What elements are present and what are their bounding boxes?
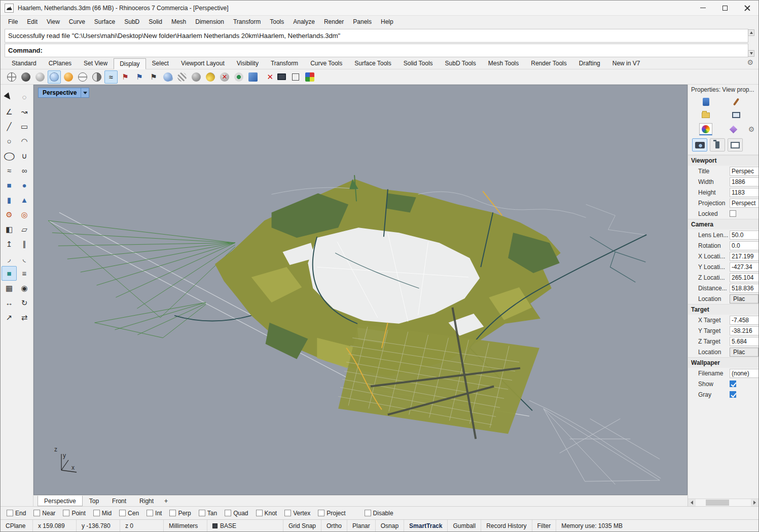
osnap-item[interactable]: Perp	[169, 510, 191, 517]
shaded-display-icon[interactable]	[19, 70, 32, 84]
osnap-checkbox[interactable]	[93, 510, 100, 516]
osnap-checkbox[interactable]	[225, 510, 231, 516]
osnap-item[interactable]: End	[7, 510, 26, 517]
osnap-item[interactable]: Cen	[119, 510, 139, 517]
panel-options-gear-icon[interactable]: ⚙	[745, 123, 758, 135]
panel-horizontal-scrollbar[interactable]	[688, 499, 758, 506]
osnap-item[interactable]: Disable	[365, 510, 393, 517]
toolbar-settings-gear-icon[interactable]: ⚙	[747, 58, 753, 66]
menu-item[interactable]: Transform	[229, 17, 265, 27]
display-panel-icon[interactable]	[730, 109, 743, 121]
color-cube-display-icon[interactable]	[303, 70, 316, 84]
toolbar-tab[interactable]: Mesh Tools	[482, 58, 525, 69]
osnap-checkbox[interactable]	[318, 510, 324, 516]
menu-item[interactable]: Mesh	[167, 17, 191, 27]
osnap-checkbox[interactable]	[33, 510, 40, 516]
cube-display-icon[interactable]	[246, 70, 260, 84]
property-field[interactable]: Perspec	[730, 167, 758, 176]
arctic-display-icon[interactable]	[175, 70, 189, 84]
toolbar-tab[interactable]: Select	[146, 58, 175, 69]
cylinder-tool-icon[interactable]: ▮	[2, 193, 17, 207]
menu-item[interactable]: Curve	[64, 17, 90, 27]
viewport-tab[interactable]: Top	[83, 496, 105, 506]
osnap-item[interactable]: Project	[318, 510, 345, 517]
materials-panel-icon[interactable]	[699, 96, 712, 108]
scrollbar-track[interactable]	[696, 499, 751, 506]
add-viewport-button[interactable]: +	[160, 496, 172, 506]
osnap-checkbox[interactable]	[7, 510, 13, 516]
viewport-tab[interactable]: Front	[105, 496, 133, 506]
osnap-checkbox[interactable]	[284, 510, 291, 516]
osnap-item[interactable]: Vertex	[284, 510, 310, 517]
property-field[interactable]: 1183	[730, 188, 758, 197]
flag-red-icon[interactable]: ⚑	[119, 70, 132, 84]
menu-item[interactable]: Tools	[265, 17, 288, 27]
scroll-down-button[interactable]	[748, 50, 754, 57]
viewport-tab[interactable]: Perspective	[38, 496, 83, 506]
no-render-sphere-icon[interactable]	[218, 70, 231, 84]
property-field[interactable]: -7.458	[730, 316, 758, 325]
rendered-display-icon[interactable]	[62, 70, 75, 84]
helix-tool-icon[interactable]: ∞	[17, 163, 32, 178]
command-history[interactable]: Successfully read file "C:\Users\mahi\De…	[5, 29, 748, 43]
viewport-frame-button[interactable]	[728, 138, 743, 151]
osnap-checkbox[interactable]	[169, 510, 176, 516]
raytraced-display-icon[interactable]	[161, 70, 174, 84]
property-field[interactable]: 5.684	[730, 337, 758, 346]
fullscreen-display-icon[interactable]	[275, 70, 288, 84]
toolbar-tab[interactable]: Drafting	[573, 58, 606, 69]
toolbar-tab[interactable]: SubD Tools	[439, 58, 482, 69]
toolbar-tab[interactable]: Set View	[78, 58, 114, 69]
property-field[interactable]: 0.0	[730, 241, 758, 250]
align-tool-icon[interactable]: ≡	[17, 266, 32, 281]
toolbar-tab[interactable]: Curve Tools	[304, 58, 348, 69]
property-field[interactable]: Perspect	[730, 199, 758, 208]
toolbar-tab[interactable]: Render Tools	[525, 58, 573, 69]
shaded-box-tool-icon[interactable]: ■	[2, 266, 17, 281]
sun-sphere-icon[interactable]	[204, 70, 217, 84]
chamfer-tool-icon[interactable]: ◟	[17, 251, 32, 266]
status-toggle[interactable]: Filter	[532, 520, 557, 531]
status-toggle[interactable]: Record History	[481, 520, 532, 531]
osnap-item[interactable]: Tan	[199, 510, 217, 517]
status-toggle[interactable]: SmartTrack	[404, 520, 448, 531]
viewport-tab[interactable]: Right	[133, 496, 160, 506]
status-toggle[interactable]: Ortho	[321, 520, 347, 531]
curve-tool-icon[interactable]: ↝	[17, 104, 32, 119]
menu-item[interactable]: View	[42, 17, 64, 27]
toolbar-tab[interactable]: Surface Tools	[348, 58, 397, 69]
menu-item[interactable]: Analyze	[288, 17, 319, 27]
osnap-item[interactable]: Point	[63, 510, 85, 517]
menu-item[interactable]: Dimension	[191, 17, 229, 27]
osnap-checkbox[interactable]	[147, 510, 153, 516]
toolbar-tab[interactable]: Solid Tools	[397, 58, 439, 69]
menu-item[interactable]: File	[4, 17, 22, 27]
property-field[interactable]: 50.0	[730, 231, 758, 240]
status-toggle[interactable]: Grid Snap	[283, 520, 321, 531]
fillet-tool-icon[interactable]: ◞	[2, 251, 17, 266]
menu-item[interactable]: Surface	[90, 17, 120, 27]
scrollbar-thumb[interactable]	[706, 500, 729, 506]
property-button[interactable]: Plac	[730, 348, 758, 357]
flag-blue-icon[interactable]: ⚑	[133, 70, 146, 84]
polar-array-tool-icon[interactable]: ◉	[17, 281, 32, 295]
command-prompt[interactable]: Command:	[5, 44, 748, 57]
status-toggle[interactable]: Osnap	[376, 520, 404, 531]
osnap-checkbox[interactable]	[256, 510, 263, 516]
toolbar-tab[interactable]: CPlanes	[43, 58, 78, 69]
viewport-title-label[interactable]: Perspective	[38, 88, 89, 98]
toolbar-tab[interactable]: New in V7	[606, 58, 646, 69]
plane-tool-icon[interactable]: ▱	[17, 222, 32, 237]
render-spray-button[interactable]	[710, 138, 725, 151]
viewport-title[interactable]: Perspective	[38, 88, 81, 98]
mirror-tool-icon[interactable]: ⇄	[17, 310, 32, 325]
wire-box-display-icon[interactable]	[289, 70, 302, 84]
property-field[interactable]: 1886	[730, 177, 758, 186]
monochrome-display-icon[interactable]	[190, 70, 203, 84]
box-tool-icon[interactable]: ■	[2, 178, 17, 193]
property-field[interactable]: (none)	[730, 369, 758, 378]
units-readout[interactable]: Millimeters	[164, 520, 207, 531]
pen-display-icon[interactable]: ≈	[104, 70, 118, 84]
rectangle-tool-icon[interactable]: ▭	[17, 119, 32, 134]
osnap-item[interactable]: Knot	[256, 510, 277, 517]
